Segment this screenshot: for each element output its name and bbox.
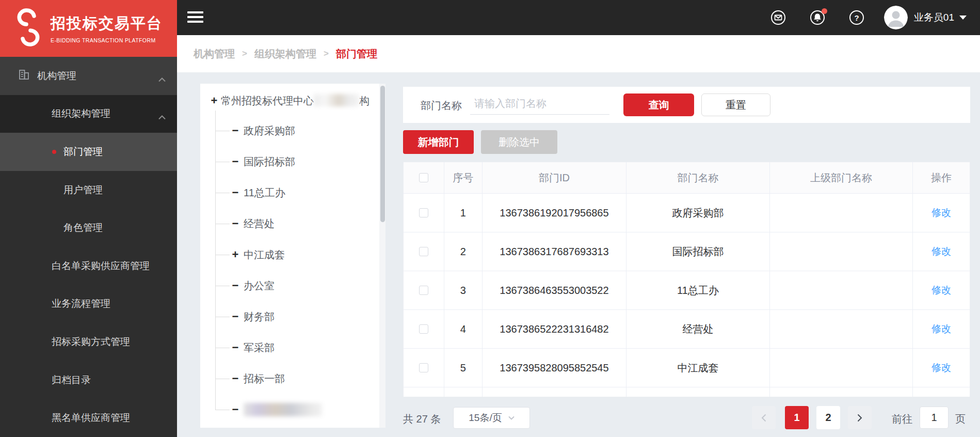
app-title: 招投标交易平台 bbox=[51, 13, 163, 34]
sidebar-item-users[interactable]: 用户管理 bbox=[0, 171, 177, 209]
sidebar-item-whitelist-suppliers[interactable]: 白名单采购供应商管理 bbox=[0, 247, 177, 285]
collapse-icon[interactable]: − bbox=[230, 186, 240, 199]
sidebar-item-org-management[interactable]: 机构管理 bbox=[0, 57, 177, 95]
collapse-icon[interactable]: − bbox=[230, 341, 240, 354]
edit-link[interactable]: 修改 bbox=[931, 206, 951, 220]
app-logo: 招投标交易平台 E-BIDDING TRANSACTION PLATFORM bbox=[0, 0, 177, 57]
page-size-select[interactable]: 15条/页 bbox=[453, 407, 530, 429]
sidebar-item-department[interactable]: 部门管理 bbox=[0, 133, 177, 171]
select-all-checkbox[interactable] bbox=[419, 173, 428, 182]
cell-no: 5 bbox=[444, 349, 483, 387]
bell-icon[interactable] bbox=[810, 10, 825, 25]
tree-node-label[interactable]: 政府采购部 bbox=[244, 124, 295, 138]
active-dot-icon bbox=[52, 150, 56, 154]
row-checkbox[interactable] bbox=[419, 363, 428, 372]
avatar[interactable] bbox=[884, 6, 908, 29]
tree-node-label[interactable]: 招标一部 bbox=[244, 372, 285, 386]
breadcrumb: 机构管理 > 组织架构管理 > 部门管理 bbox=[177, 35, 980, 72]
collapse-icon[interactable]: − bbox=[230, 372, 240, 385]
reset-button[interactable]: 重置 bbox=[701, 93, 770, 116]
department-table: 序号 部门ID 部门名称 上级部门名称 操作 1 136738619201795… bbox=[403, 162, 970, 397]
cell-parent-name bbox=[770, 310, 913, 348]
sidebar-item-label: 业务流程管理 bbox=[52, 297, 110, 310]
tree-node-label[interactable]: 军采部 bbox=[244, 341, 275, 355]
sidebar-item-roles[interactable]: 角色管理 bbox=[0, 209, 177, 247]
tree-node-label[interactable]: 国际招标部 bbox=[244, 155, 295, 169]
mail-icon[interactable] bbox=[770, 10, 786, 25]
breadcrumb-org-management[interactable]: 机构管理 bbox=[194, 47, 235, 61]
edit-link[interactable]: 修改 bbox=[931, 245, 951, 258]
cell-parent-name bbox=[770, 349, 913, 387]
help-icon[interactable]: ? bbox=[849, 10, 864, 25]
breadcrumb-org-structure[interactable]: 组织架构管理 bbox=[254, 47, 316, 61]
page-button-2[interactable]: 2 bbox=[816, 406, 840, 429]
edit-link[interactable]: 修改 bbox=[931, 284, 951, 297]
cell-dept-id: 1367386317687693313 bbox=[483, 232, 626, 271]
sidebar-item-org-structure[interactable]: 组织架构管理 bbox=[0, 95, 177, 133]
tree-node-label[interactable]: 办公室 bbox=[244, 279, 275, 293]
breadcrumb-separator: > bbox=[324, 49, 329, 59]
collapse-icon[interactable]: − bbox=[230, 217, 240, 230]
row-checkbox[interactable] bbox=[419, 286, 428, 295]
tree-node-label[interactable]: 11总工办 bbox=[244, 186, 285, 200]
col-header-dept-name: 部门名称 bbox=[626, 162, 770, 193]
tree-scrollbar-track bbox=[379, 84, 385, 428]
prev-page-button[interactable] bbox=[752, 406, 776, 429]
collapse-icon[interactable]: − bbox=[230, 403, 240, 416]
sidebar-item-bidding-methods[interactable]: 招标采购方式管理 bbox=[0, 323, 177, 361]
tree-node-label[interactable]: 经营处 bbox=[244, 217, 275, 231]
row-checkbox[interactable] bbox=[419, 208, 428, 217]
tree-node-label[interactable]: 财务部 bbox=[244, 310, 275, 324]
delete-selected-button[interactable]: 删除选中 bbox=[481, 130, 557, 154]
page-size-value: 15条/页 bbox=[469, 411, 502, 425]
sidebar-item-label: 招标采购方式管理 bbox=[52, 335, 130, 349]
sidebar-item-label: 机构管理 bbox=[37, 69, 76, 83]
col-header-parent-name: 上级部门名称 bbox=[770, 162, 913, 193]
cell-dept-id: 1367395828095852545 bbox=[483, 349, 626, 387]
logo-swirl-icon bbox=[13, 8, 43, 49]
collapse-icon[interactable]: − bbox=[230, 155, 240, 168]
collapse-icon[interactable]: − bbox=[230, 124, 240, 137]
row-checkbox[interactable] bbox=[419, 324, 428, 334]
sidebar-item-archive-catalog[interactable]: 归档目录 bbox=[0, 361, 177, 399]
query-button[interactable]: 查询 bbox=[623, 93, 694, 116]
dept-name-input[interactable] bbox=[470, 93, 609, 115]
cell-dept-name: 中江成套 bbox=[626, 349, 770, 387]
collapse-icon[interactable]: − bbox=[230, 279, 240, 292]
cell-parent-name bbox=[770, 232, 913, 271]
table-row-clipped bbox=[404, 387, 970, 397]
tree-connector-line bbox=[215, 111, 216, 410]
expand-icon[interactable]: + bbox=[230, 248, 240, 261]
sidebar-item-business-flow[interactable]: 业务流程管理 bbox=[0, 285, 177, 323]
caret-down-icon[interactable] bbox=[959, 15, 967, 20]
page-button-1[interactable]: 1 bbox=[785, 406, 809, 429]
row-checkbox[interactable] bbox=[419, 247, 428, 256]
next-page-button[interactable] bbox=[848, 406, 872, 429]
goto-unit: 页 bbox=[955, 412, 966, 426]
sidebar-item-blacklist-suppliers[interactable]: 黑名单供应商管理 bbox=[0, 399, 177, 437]
collapse-icon[interactable]: − bbox=[230, 310, 240, 323]
tree-root-node[interactable]: + 常州招投标代理中心构 bbox=[200, 93, 369, 108]
hamburger-menu-icon[interactable] bbox=[187, 11, 203, 24]
cell-no: 3 bbox=[444, 271, 483, 309]
table-header: 序号 部门ID 部门名称 上级部门名称 操作 bbox=[404, 162, 970, 193]
expand-icon[interactable]: + bbox=[209, 94, 219, 107]
sidebar-menu: 机构管理 组织架构管理 部门管理 用户管理 角色管理 白名单采购供应商管理 业务… bbox=[0, 57, 177, 437]
sidebar: 招投标交易平台 E-BIDDING TRANSACTION PLATFORM 机… bbox=[0, 0, 177, 437]
edit-link[interactable]: 修改 bbox=[931, 322, 951, 336]
chevron-right-icon bbox=[857, 414, 862, 422]
table-row: 1 1367386192017956865 政府采购部 修改 bbox=[404, 193, 970, 232]
cell-dept-id: 1367386463553003522 bbox=[483, 271, 626, 309]
goto-page-input[interactable] bbox=[920, 407, 949, 429]
tree-scrollbar-thumb[interactable] bbox=[380, 86, 385, 222]
cell-no: 4 bbox=[444, 310, 483, 348]
search-card: 部门名称 查询 重置 bbox=[403, 87, 970, 123]
add-department-button[interactable]: 新增部门 bbox=[403, 130, 474, 154]
tree-root-label: 常州招投标代理中心构 bbox=[221, 94, 369, 108]
tree-node-label[interactable]: 中江成套 bbox=[244, 248, 285, 262]
edit-link[interactable]: 修改 bbox=[931, 361, 951, 374]
username[interactable]: 业务员01 bbox=[914, 11, 954, 24]
col-header-dept-id: 部门ID bbox=[483, 162, 626, 193]
sidebar-item-label: 用户管理 bbox=[63, 183, 103, 197]
cell-dept-name: 经营处 bbox=[626, 310, 770, 348]
